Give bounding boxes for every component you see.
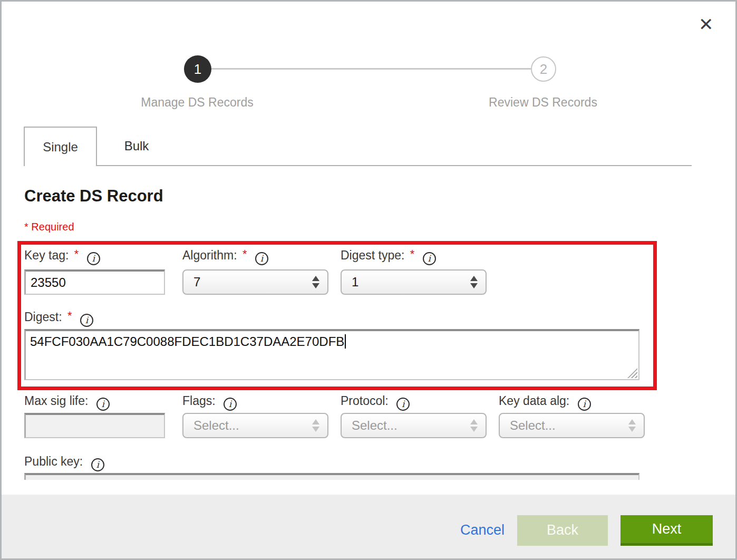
close-icon[interactable]: ✕ xyxy=(699,15,714,33)
max-sig-life-input[interactable] xyxy=(24,413,165,438)
key-tag-input[interactable]: 23550 xyxy=(24,269,165,295)
key-tag-info-icon[interactable]: i xyxy=(87,252,100,265)
public-key-info-icon[interactable]: i xyxy=(91,458,104,471)
create-ds-record-modal: ✕ 1 2 Manage DS Records Review DS Record… xyxy=(0,0,737,560)
algorithm-info-icon[interactable]: i xyxy=(255,252,268,265)
flags-select-value: Select... xyxy=(193,418,239,432)
step-2-label: Review DS Records xyxy=(489,95,597,110)
select-stepper-icon xyxy=(470,276,478,288)
digest-type-info-icon[interactable]: i xyxy=(423,252,436,265)
digest-textarea[interactable]: 54FCF030AA1C79C0088FDEC1BD1C37DAA2E70DFB xyxy=(24,329,639,380)
algorithm-label: Algorithm: * i xyxy=(182,248,268,265)
required-asterisk: * xyxy=(410,247,415,260)
step-1-indicator: 1 xyxy=(184,55,211,83)
stepper-connector xyxy=(211,68,531,70)
text-caret xyxy=(345,334,346,349)
digest-type-select-value: 1 xyxy=(352,275,358,289)
digest-type-label: Digest type: * i xyxy=(341,248,436,265)
key-tag-label: Key tag: * i xyxy=(24,248,100,265)
algorithm-label-text: Algorithm: xyxy=(182,248,237,262)
digest-info-icon[interactable]: i xyxy=(80,314,93,327)
digest-label-text: Digest: xyxy=(24,310,62,324)
digest-type-label-text: Digest type: xyxy=(341,248,404,262)
tab-underline xyxy=(97,165,692,166)
flags-info-icon[interactable]: i xyxy=(224,398,237,411)
select-stepper-icon xyxy=(312,419,319,432)
required-asterisk: * xyxy=(74,247,79,260)
tab-bulk[interactable]: Bulk xyxy=(97,127,176,165)
flags-label: Flags: i xyxy=(182,394,237,411)
max-sig-life-label-text: Max sig life: xyxy=(24,394,88,408)
step-1-label: Manage DS Records xyxy=(141,95,254,110)
digest-type-select[interactable]: 1 xyxy=(341,269,487,295)
public-key-label: Public key: i xyxy=(24,455,104,471)
required-note: * Required xyxy=(24,221,74,233)
key-data-alg-label: Key data alg: i xyxy=(499,394,591,411)
step-2-indicator: 2 xyxy=(531,56,556,82)
public-key-label-text: Public key: xyxy=(24,455,83,468)
digest-label: Digest: * i xyxy=(24,310,93,327)
back-button[interactable]: Back xyxy=(517,515,608,546)
flags-select[interactable]: Select... xyxy=(182,413,328,438)
required-asterisk: * xyxy=(67,309,72,322)
protocol-label-text: Protocol: xyxy=(341,394,389,408)
max-sig-life-info-icon[interactable]: i xyxy=(96,398,110,411)
algorithm-select-value: 7 xyxy=(193,275,200,289)
cancel-link[interactable]: Cancel xyxy=(460,522,505,538)
key-data-alg-select[interactable]: Select... xyxy=(499,413,645,438)
select-stepper-icon xyxy=(628,419,636,432)
protocol-select-value: Select... xyxy=(352,418,397,432)
select-stepper-icon xyxy=(470,419,478,432)
page-title: Create DS Record xyxy=(24,187,163,206)
resize-handle-icon[interactable] xyxy=(627,368,637,378)
algorithm-select[interactable]: 7 xyxy=(182,269,328,295)
key-data-alg-select-value: Select... xyxy=(510,418,556,432)
digest-value: 54FCF030AA1C79C0088FDEC1BD1C37DAA2E70DFB xyxy=(30,334,344,349)
required-asterisk: * xyxy=(243,247,247,260)
select-stepper-icon xyxy=(312,276,319,288)
max-sig-life-label: Max sig life: i xyxy=(24,394,110,411)
key-data-alg-label-text: Key data alg: xyxy=(499,394,569,408)
public-key-textarea[interactable] xyxy=(24,473,639,480)
tab-single[interactable]: Single xyxy=(24,127,97,166)
flags-label-text: Flags: xyxy=(182,394,216,408)
modal-footer: Cancel Back Next xyxy=(2,495,735,558)
key-data-alg-info-icon[interactable]: i xyxy=(578,398,591,411)
protocol-label: Protocol: i xyxy=(341,394,410,411)
protocol-info-icon[interactable]: i xyxy=(396,398,410,411)
key-tag-label-text: Key tag: xyxy=(24,248,69,262)
protocol-select[interactable]: Select... xyxy=(341,413,487,438)
next-button[interactable]: Next xyxy=(620,515,713,546)
